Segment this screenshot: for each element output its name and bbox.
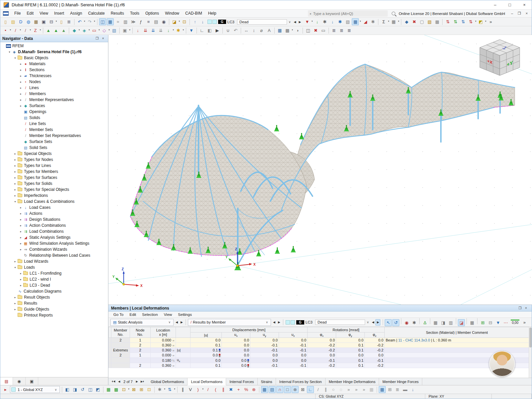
table-row[interactable]: 0.180½ux0.00.00.00.0-0.10.1-0.1 — [109, 358, 529, 363]
new-imposed-load-icon[interactable]: ↓▾ — [165, 27, 172, 34]
printout-report-icon[interactable]: ≣ — [66, 18, 72, 25]
tree-item-rfem[interactable]: RFEM — [0, 43, 108, 49]
sync-selection-icon[interactable]: ↺ — [392, 319, 399, 326]
child-close-button[interactable]: × — [523, 11, 530, 16]
snap-grid-icon[interactable]: ▤ — [269, 386, 276, 393]
panel-menu-edit[interactable]: Edit — [126, 312, 139, 318]
solid-view-icon[interactable]: ▢ — [418, 18, 425, 25]
table-sections-icon[interactable]: ▥ — [447, 319, 454, 326]
tree-item-solid-sets[interactable]: ▧Solid Sets — [0, 145, 108, 151]
results-panel-float-button[interactable]: ❐ — [517, 306, 523, 310]
result-diagram-toggle-icon[interactable]: ◉ — [403, 319, 410, 326]
first-page-icon[interactable]: ⏴◀ — [110, 380, 117, 383]
redo-icon[interactable]: ↷▾ — [86, 18, 93, 25]
new-member-icon[interactable]: /▾ — [22, 27, 29, 34]
connect-tool-icon[interactable]: ⊗ — [250, 386, 257, 393]
select-special-icon[interactable]: ▩ — [113, 386, 120, 393]
axes-tool-icon[interactable]: V — [187, 386, 194, 393]
tree-expander-icon[interactable]: ▾ — [13, 57, 17, 60]
tree-expander-icon[interactable]: ▸ — [13, 182, 17, 185]
new-line-icon[interactable]: /▾ — [12, 27, 19, 34]
margin-grid-icon[interactable]: ▦ — [276, 27, 283, 34]
tree-expander-icon[interactable]: ▾ — [13, 200, 17, 203]
decimal-places-control[interactable]: 0,00 — [511, 320, 519, 325]
guide-objects-icon[interactable]: ✱▾ — [156, 386, 163, 393]
menu-results[interactable]: Results — [108, 10, 127, 17]
bar-in-cell-icon[interactable]: ◪ — [458, 319, 465, 326]
tree-expander-icon[interactable]: ▸ — [19, 104, 23, 107]
panel-menu-go-to[interactable]: Go To — [110, 312, 126, 318]
navigator-float-button[interactable]: ❐ — [94, 37, 100, 40]
lc-prev-button[interactable]: ◀ — [292, 19, 297, 25]
tree-expander-icon[interactable]: ▸ — [19, 242, 23, 245]
menu-tools[interactable]: Tools — [127, 10, 142, 17]
edit-solid-icon[interactable]: ▧ — [426, 18, 433, 25]
child-restore-button[interactable]: ❐ — [516, 11, 523, 16]
list-tables-icon[interactable]: ≣ — [331, 27, 337, 34]
new-solid-icon[interactable]: ▧ — [111, 27, 118, 34]
arc-tool-icon[interactable]: )▾ — [195, 386, 201, 393]
parallel-tool-icon[interactable]: ∥ — [220, 386, 227, 393]
layers-bottom-icon[interactable]: ≣ — [394, 386, 401, 393]
menu-assign[interactable]: Assign — [67, 10, 85, 17]
new-nodal-support-icon[interactable]: ▲ — [45, 27, 52, 34]
keyword-search[interactable]: ▸ — [308, 10, 388, 17]
tree-item-surfaces[interactable]: ▸◆Surfaces — [0, 103, 108, 109]
tree-expander-icon[interactable]: ▸ — [13, 308, 17, 311]
tree-expander-icon[interactable]: ▸ — [19, 86, 23, 89]
tree-item-load-cases-combinations[interactable]: ▾Load Cases & Combinations — [0, 199, 108, 204]
tree-item-types-for-surfaces[interactable]: ▸Types for Surfaces — [0, 175, 108, 181]
list-views-icon[interactable]: ≣ — [346, 27, 353, 34]
model-canvas[interactable]: Z X Y Z X Y — [108, 35, 532, 305]
view-minus-x-icon[interactable]: ⇅▾ — [467, 18, 474, 25]
construction-ellipse-icon[interactable]: ◌ — [337, 386, 344, 393]
snap-circle-icon[interactable]: ⊗ — [292, 386, 299, 393]
table-row[interactable]: 210.000≍0.00.00.00.00.00.00.0 — [109, 353, 529, 358]
copy-solid-icon[interactable]: ▩ — [434, 18, 441, 25]
navigator-data-tab[interactable]: ▤ — [0, 377, 13, 385]
new-line-support-icon[interactable]: ▲ — [53, 27, 60, 34]
tree-item-d-manafi-serena-hotel-file-1-rf6[interactable]: ▾◈D.Manafi- Serena Hotel File (1).rf6 — [0, 49, 108, 55]
voice-input-icon[interactable]: ◉ — [160, 18, 167, 25]
display-grid-icon[interactable]: ▦ — [379, 386, 386, 393]
analysis-type-combo[interactable]: ▤ Static Analysis ∨ — [110, 319, 174, 326]
new-member-load-icon[interactable]: ⇊ — [142, 27, 149, 34]
model-manager-icon[interactable]: ▦ — [33, 18, 40, 25]
open-model-icon[interactable]: ▨ — [10, 18, 17, 25]
render-mode-icon[interactable]: ▩▾ — [284, 27, 291, 34]
table-rows-icon[interactable]: ▦ — [432, 319, 439, 326]
table-filter-icon[interactable]: ▼ — [494, 319, 501, 326]
clipping-box-icon[interactable]: ⊡ — [181, 18, 188, 25]
calculation-icon[interactable]: Σ▾ — [380, 18, 387, 25]
tree-item-action-combinations[interactable]: ▸⇉Action Combinations — [0, 222, 108, 228]
construction-line-icon[interactable]: / — [315, 386, 322, 393]
snap-node-icon[interactable]: ▦ — [261, 386, 268, 393]
tree-item-loads[interactable]: ▾Loads — [0, 264, 108, 270]
export-excel-icon[interactable]: ⊞ — [479, 319, 486, 326]
report-view-icon[interactable]: ▤ — [153, 18, 160, 25]
calculate-all-icon[interactable]: ◆ — [403, 18, 410, 25]
tree-expander-icon[interactable]: ▸ — [13, 152, 17, 155]
new-node-icon[interactable]: •▾ — [2, 27, 9, 34]
table-vertical-scrollbar[interactable] — [529, 327, 532, 378]
work-plane-icon[interactable]: ⊞ — [386, 386, 393, 393]
annotation-icon[interactable]: A — [266, 27, 273, 34]
renumber-icon[interactable]: ⇅▾ — [166, 386, 173, 393]
navigator-views-tab[interactable]: ▣ — [26, 377, 38, 385]
menu-view[interactable]: View — [37, 10, 51, 17]
menu-calculate[interactable]: Calculate — [85, 10, 108, 17]
tree-item-types-for-special-objects[interactable]: ▸Types for Special Objects — [0, 187, 108, 193]
divide-tool-icon[interactable]: % — [243, 386, 250, 393]
tree-expander-icon[interactable]: ▸ — [19, 218, 23, 221]
invert-selection-icon[interactable]: ⊞ — [138, 386, 145, 393]
isometric-view-icon[interactable]: ◩▾ — [477, 18, 484, 25]
tree-item-lc2-wind-i[interactable]: ▸LC2 - wind I — [0, 276, 108, 282]
menu-file[interactable]: File — [11, 10, 24, 17]
tree-item-design-situations[interactable]: ▸⇉Design Situations — [0, 216, 108, 222]
menu-options[interactable]: Options — [142, 10, 162, 17]
tree-item-load-wizards[interactable]: ▸Load Wizards — [0, 258, 108, 264]
new-surface-from-lines-icon[interactable]: ◇▾ — [101, 27, 108, 34]
results-tab-internal-forces[interactable]: Internal Forces — [226, 378, 257, 385]
tree-expander-icon[interactable]: ▾ — [7, 51, 12, 54]
stop-calculation-icon[interactable]: ✖ — [411, 18, 418, 25]
